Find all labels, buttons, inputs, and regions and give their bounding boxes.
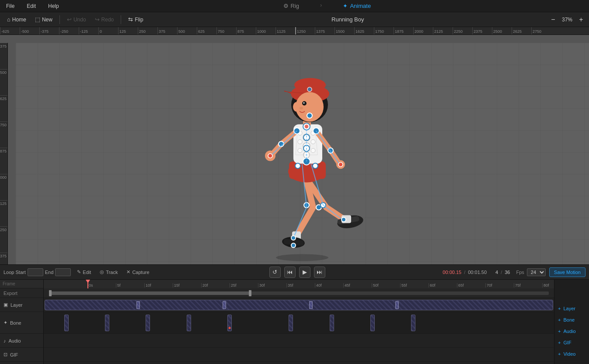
svg-line-54 <box>272 131 297 155</box>
frame-current: 4 <box>495 270 498 275</box>
flip-button[interactable]: ⇆ Flip <box>125 15 146 24</box>
svg-point-61 <box>342 217 346 222</box>
tl-mark: 80f <box>542 283 554 288</box>
svg-point-50 <box>313 163 318 168</box>
menu-help[interactable]: Help <box>45 2 62 10</box>
timecode-separator: / <box>464 270 465 275</box>
add-video-button[interactable]: + Video <box>554 349 589 359</box>
keyframe-marker[interactable] <box>223 301 226 309</box>
zoom-level-display: 37% <box>560 17 574 23</box>
add-bone-label: Bone <box>563 317 575 322</box>
ruler-mark: 2750 <box>531 27 551 35</box>
keyframe-marker[interactable] <box>136 301 140 309</box>
layer-label: Layer <box>10 302 23 308</box>
fps-select[interactable]: 24 30 60 <box>527 268 546 276</box>
save-motion-button[interactable]: Save Motion <box>549 267 586 277</box>
export-handle-left[interactable] <box>49 290 52 296</box>
step-forward-button[interactable]: ⏭ <box>314 267 325 278</box>
track-label: Track <box>106 270 118 275</box>
new-button[interactable]: ⬚ New <box>31 15 56 24</box>
zoom-out-button[interactable]: − <box>549 15 558 24</box>
loop-start-input[interactable] <box>28 268 43 276</box>
bone-kf[interactable] <box>187 315 191 331</box>
toolbar-right: − 37% + <box>549 15 586 24</box>
layer-track <box>44 298 554 312</box>
timeline-ruler: 0s 5f 10f 15f 20f 25f 30f 35f 40f 45f 50… <box>44 280 554 288</box>
svg-point-44 <box>307 113 312 118</box>
capture-icon: ✕ <box>126 269 130 275</box>
redo-label: Redo <box>101 17 114 23</box>
keyframe-marker[interactable] <box>395 301 399 309</box>
gif-track-label[interactable]: ⊡ GIF <box>0 348 43 362</box>
loop-end-input[interactable] <box>55 268 71 276</box>
bone-kf[interactable] <box>227 315 232 331</box>
loop-back-icon: ↺ <box>272 269 277 275</box>
tab-rig[interactable]: ⚙ Rig <box>280 2 303 10</box>
menu-edit[interactable]: Edit <box>24 2 38 10</box>
track-button[interactable]: ◎ Track <box>97 268 120 276</box>
bone-label: Bone <box>10 320 21 326</box>
edit-button[interactable]: ✎ Edit <box>74 268 94 276</box>
ruler-mark: 2125 <box>433 27 453 35</box>
ruler-mark: -125 <box>79 27 98 35</box>
flip-icon: ⇆ <box>128 16 133 23</box>
ruler-mark: 2375 <box>472 27 492 35</box>
bone-kf[interactable] <box>411 315 415 331</box>
undo-button[interactable]: ↩ Undo <box>63 15 90 24</box>
add-layer-button[interactable]: + Layer <box>554 303 589 314</box>
export-handle-right[interactable] <box>249 290 251 296</box>
tl-mark: 15f <box>173 283 201 288</box>
menu-file[interactable]: File <box>3 2 17 10</box>
bone-kf[interactable] <box>289 315 293 331</box>
track-content[interactable]: 0s 5f 10f 15f 20f 25f 30f 35f 40f 45f 50… <box>44 280 554 364</box>
loop-back-button[interactable]: ↺ <box>269 267 281 278</box>
ruler-mark: -500 <box>20 27 39 35</box>
add-audio-button[interactable]: + Audio <box>554 326 589 336</box>
bone-kf[interactable] <box>64 315 69 331</box>
add-gif-button[interactable]: + GIF <box>554 337 589 348</box>
add-video-label: Video <box>563 351 575 357</box>
ruler-mark: 500 <box>177 27 197 35</box>
bone-kf[interactable] <box>105 315 109 331</box>
canvas-viewport[interactable] <box>16 43 589 264</box>
bone-kf[interactable] <box>146 315 150 331</box>
redo-button[interactable]: ↪ Redo <box>91 15 118 24</box>
bone-kf[interactable] <box>370 315 375 331</box>
timecode-area: 00:00.15 / 00:01.50 4 / 36 Fps 24 30 60 <box>443 268 546 276</box>
timeline-playhead[interactable] <box>87 280 88 288</box>
svg-point-19 <box>298 139 302 144</box>
bone-kf[interactable] <box>330 315 334 331</box>
audio-label: Audio <box>9 338 21 343</box>
ruler-mark: 375 <box>157 27 177 35</box>
export-label: Export <box>3 291 17 296</box>
keyframe-marker[interactable] <box>309 301 313 309</box>
mp4-track-label[interactable]: ▶ mp4 <box>0 362 43 364</box>
add-gif-icon: + <box>558 340 561 345</box>
bone-track-label[interactable]: ✦ Bone <box>0 312 43 334</box>
ruler-mark: 625 <box>197 27 216 35</box>
capture-button[interactable]: ✕ Capture <box>124 268 152 276</box>
audio-track-label[interactable]: ♪ Audio <box>0 334 43 348</box>
home-button[interactable]: ⌂ Home <box>3 15 30 24</box>
svg-point-0 <box>276 254 328 261</box>
ruler-mark-v: 1125 <box>0 200 7 226</box>
tab-animate-label: Animate <box>350 3 371 9</box>
rig-icon: ⚙ <box>283 3 289 9</box>
step-back-icon: ⏮ <box>287 269 293 275</box>
play-button[interactable]: ▶ <box>299 267 310 278</box>
mode-tabs: ⚙ Rig › ✦ Animate <box>69 2 586 10</box>
svg-point-60 <box>291 236 296 240</box>
step-back-button[interactable]: ⏮ <box>284 267 296 278</box>
add-video-icon: + <box>558 351 561 357</box>
home-icon: ⌂ <box>7 16 10 23</box>
toolbar-separator-1 <box>59 15 60 24</box>
canvas-area[interactable]: -625 -500 -375 -250 -125 0 125 250 375 5… <box>0 27 589 264</box>
ruler-mark: 1125 <box>275 27 295 35</box>
tab-animate[interactable]: ✦ Animate <box>339 2 374 10</box>
layer-track-label[interactable]: ▣ Layer <box>0 298 43 312</box>
timecode-total: 00:01.50 <box>468 270 487 275</box>
add-bone-button[interactable]: + Bone <box>554 315 589 325</box>
zoom-in-button[interactable]: + <box>577 15 586 24</box>
home-label: Home <box>12 17 26 23</box>
export-range[interactable] <box>49 291 549 295</box>
